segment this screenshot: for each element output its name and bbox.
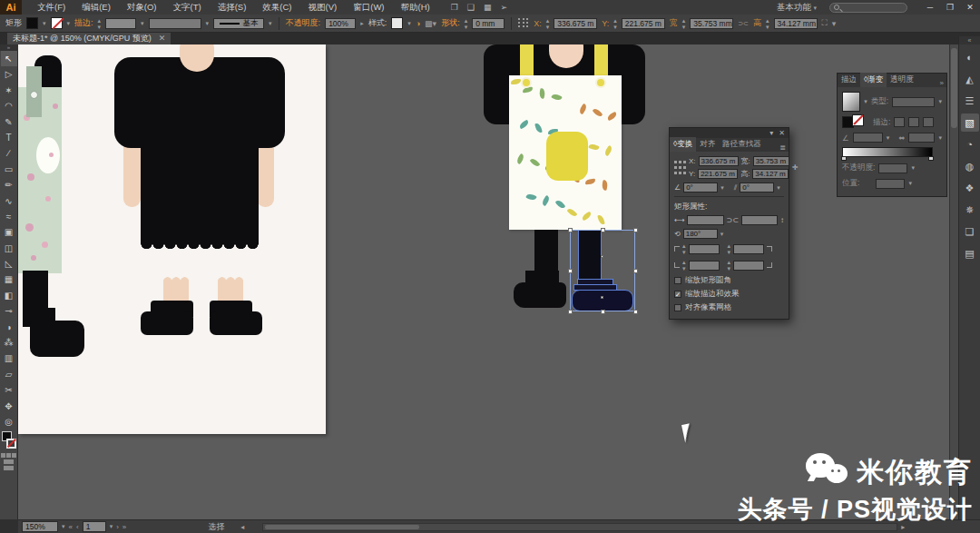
magic-wand-tool[interactable]: ✶: [1, 83, 17, 98]
tf-x-field[interactable]: 336.675 m: [699, 156, 739, 166]
close-button[interactable]: ✕: [960, 0, 980, 15]
tab-描边[interactable]: 描边: [838, 73, 860, 87]
left-character-shoe-left-lower[interactable]: [141, 311, 193, 335]
mesh-tool[interactable]: ▦: [1, 271, 17, 287]
artboard-nav-field[interactable]: 1: [83, 521, 106, 532]
rotate-field[interactable]: 0°: [683, 183, 718, 192]
lasso-tool[interactable]: ◠: [1, 98, 17, 114]
canvas[interactable]: [18, 44, 949, 519]
gradient-stroke-opt1[interactable]: [894, 117, 905, 127]
first-artboard-icon[interactable]: «: [69, 523, 73, 531]
stroke-proxy-swatch[interactable]: [6, 439, 16, 449]
gradient-opacity-field[interactable]: [878, 163, 907, 173]
hscroll-left-icon[interactable]: ◂: [240, 523, 244, 531]
menu-item-3[interactable]: 文字(T): [165, 0, 210, 15]
checkbox-1[interactable]: ✓: [674, 291, 681, 298]
corner-stepper[interactable]: ▴▾: [465, 17, 468, 30]
toolbar-collapse-icon[interactable]: »: [0, 44, 18, 51]
panel-collapse-icon[interactable]: ▾: [769, 129, 773, 137]
document-tab[interactable]: 未标题-1* @ 150% (CMYK/GPU 预览) ✕: [7, 33, 171, 44]
corner-tl-field[interactable]: [689, 244, 720, 254]
gradient-stroke-opt2[interactable]: [908, 117, 919, 127]
color-mode-buttons[interactable]: [1, 453, 16, 458]
corner-tr-field[interactable]: [733, 244, 764, 254]
shear-field[interactable]: 0°: [740, 183, 774, 192]
align-dropdown-icon[interactable]: ▩▾: [425, 19, 436, 28]
tab-对齐[interactable]: 对齐: [696, 137, 719, 152]
gradient-location-field[interactable]: [876, 179, 905, 189]
zoom-tool[interactable]: ◎: [1, 414, 17, 429]
search-input[interactable]: [829, 3, 907, 13]
minimize-button[interactable]: ─: [920, 0, 940, 15]
x-field[interactable]: 336.675 m: [554, 18, 597, 29]
transform-panel-menu-icon[interactable]: ≣: [779, 143, 789, 152]
artboard-tool[interactable]: ▱: [1, 367, 17, 382]
tab-渐变[interactable]: ◊渐变: [860, 73, 887, 87]
reference-point-locator[interactable]: [518, 18, 529, 29]
symbol-sprayer-tool[interactable]: ⁂: [1, 335, 17, 350]
last-artboard-icon[interactable]: »: [122, 523, 126, 531]
tf-h-field[interactable]: 34.127 m: [752, 169, 789, 179]
eyedropper-tool[interactable]: ⊸: [1, 303, 17, 319]
gradient-aspect-field[interactable]: [908, 133, 935, 143]
constrain-proportions-icon[interactable]: ✛: [792, 163, 799, 172]
shape-builder-tool[interactable]: ◫: [1, 241, 17, 256]
paintbrush-tool[interactable]: ✏: [1, 177, 17, 192]
center-point-handle[interactable]: [601, 255, 603, 258]
transparency-panel-icon[interactable]: ◔: [961, 135, 979, 153]
menu-item-5[interactable]: 效果(C): [254, 0, 299, 15]
color-guide-panel-icon[interactable]: ◭: [961, 70, 979, 88]
menu-item-0[interactable]: 文件(F): [29, 0, 74, 15]
selection-tool[interactable]: ↖: [1, 51, 17, 66]
center-point-handle[interactable]: [601, 296, 603, 299]
fill-stroke-proxy[interactable]: [1, 431, 17, 451]
hand-tool[interactable]: ✥: [1, 399, 17, 414]
corner-bl-field[interactable]: [689, 261, 720, 271]
corner-br-field[interactable]: [733, 261, 764, 271]
menu-item-7[interactable]: 窗口(W): [345, 0, 392, 15]
selection-handle[interactable]: [568, 310, 573, 314]
symbols-panel-icon[interactable]: ✵: [961, 201, 979, 219]
menu-item-6[interactable]: 视图(V): [300, 0, 346, 15]
next-artboard-icon[interactable]: ›: [116, 523, 119, 531]
slice-tool[interactable]: ✂: [1, 382, 17, 398]
document-close-icon[interactable]: ✕: [159, 33, 166, 44]
fragment-boot-lower[interactable]: [30, 321, 84, 357]
selection-handle[interactable]: [601, 228, 605, 232]
y-stepper[interactable]: ▴▾: [613, 17, 617, 30]
selection-handle[interactable]: [633, 269, 638, 273]
color-panel-icon[interactable]: ◐: [961, 48, 979, 66]
shape-section-label[interactable]: 形状:: [441, 17, 460, 29]
blend-tool[interactable]: ◑: [1, 320, 17, 335]
tab-路径查找器[interactable]: 路径查找器: [719, 137, 765, 152]
rect-link-icon[interactable]: ⊃⊂: [727, 216, 739, 224]
free-transform-tool[interactable]: ▣: [1, 224, 17, 240]
checkbox-2[interactable]: [674, 304, 681, 311]
right-character-button-right[interactable]: [595, 77, 606, 88]
type-tool[interactable]: T: [1, 130, 17, 145]
brush-definition[interactable]: 基本: [213, 18, 264, 29]
stroke-swatch[interactable]: [51, 17, 63, 29]
selection-handle[interactable]: [601, 310, 605, 314]
gradient-tool[interactable]: ◧: [1, 288, 17, 303]
zoom-level-field[interactable]: 150%: [22, 521, 58, 532]
y-field[interactable]: 221.675 m: [622, 18, 665, 29]
fill-swatch[interactable]: [26, 17, 38, 29]
menu-item-8[interactable]: 帮助(H): [393, 0, 438, 15]
stroke-panel-icon[interactable]: ☰: [961, 92, 979, 110]
selection-handle[interactable]: [633, 310, 638, 314]
more-options-icon[interactable]: ▾: [832, 19, 837, 28]
selection-bounding-box[interactable]: [570, 230, 635, 311]
tab-变换[interactable]: ◊变换: [670, 137, 696, 152]
gradient-stroke-proxy[interactable]: [852, 114, 864, 126]
gradient-thumbnail[interactable]: [842, 92, 860, 112]
width-tool[interactable]: ≈: [1, 209, 17, 224]
column-graph-tool[interactable]: ▥: [1, 350, 17, 366]
width-field[interactable]: 35.753 mm: [690, 18, 733, 29]
vertical-scrollbar[interactable]: [949, 44, 958, 519]
menu-item-4[interactable]: 选择(S): [210, 0, 255, 15]
left-character-skirt[interactable]: [141, 142, 259, 244]
selection-handle[interactable]: [568, 269, 573, 273]
layout-dropdown-icon[interactable]: ▦: [484, 0, 492, 15]
transform-reference-locator[interactable]: [674, 161, 686, 175]
